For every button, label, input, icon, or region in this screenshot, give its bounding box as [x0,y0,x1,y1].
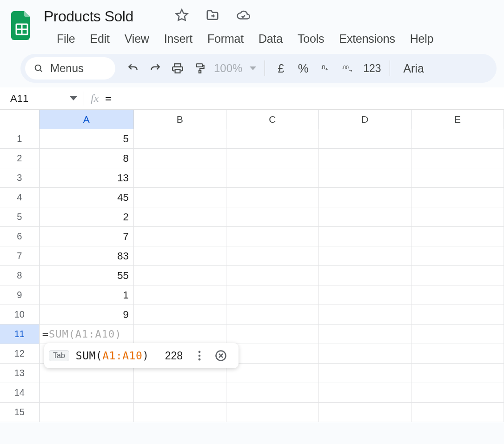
cell[interactable] [411,364,504,383]
cell[interactable] [226,266,319,285]
increase-decimal-button[interactable]: .00 [337,58,359,79]
row-header[interactable]: 11 [0,325,40,344]
row-header[interactable]: 9 [0,285,40,305]
cell[interactable]: 5 [40,129,134,148]
menu-help[interactable]: Help [403,30,441,47]
cell[interactable] [411,305,504,324]
cell[interactable] [319,344,411,363]
cell[interactable] [134,403,226,422]
cell[interactable] [319,168,411,187]
cell[interactable] [319,305,411,324]
cell[interactable] [40,383,134,402]
col-header-d[interactable]: D [319,110,411,129]
paint-format-button[interactable] [189,58,211,79]
cell[interactable] [319,383,411,402]
cell[interactable] [411,403,504,422]
number-format-button[interactable]: 123 [359,58,385,79]
font-family-dropdown[interactable]: Aria [395,62,424,75]
cell[interactable] [40,403,134,422]
cell[interactable] [411,266,504,285]
cell-editing[interactable]: =SUM(A1:A10) [40,325,134,344]
cell[interactable] [411,246,504,265]
col-header-e[interactable]: E [411,110,504,129]
row-header[interactable]: 12 [0,344,40,363]
percent-button[interactable]: % [292,58,314,79]
menu-file[interactable]: File [52,30,82,47]
cell[interactable] [226,344,319,363]
cell[interactable] [226,168,319,187]
cell[interactable] [411,325,504,344]
cell[interactable] [411,129,504,148]
cell[interactable] [134,246,226,265]
row-header[interactable]: 2 [0,149,40,168]
cell[interactable] [226,383,319,402]
menus-search[interactable]: Menus [25,57,115,80]
row-header[interactable]: 4 [0,188,40,207]
row-header[interactable]: 13 [0,364,40,383]
close-suggestion-icon[interactable] [214,349,227,362]
cell[interactable] [411,344,504,363]
cell[interactable] [134,129,226,148]
formula-input[interactable]: = [105,93,112,105]
cell[interactable] [411,285,504,305]
row-header[interactable]: 5 [0,207,40,226]
cell[interactable] [134,266,226,285]
cell[interactable] [319,207,411,226]
menu-edit[interactable]: Edit [82,30,117,47]
cell[interactable]: 9 [40,305,134,324]
suggestion-formula[interactable]: SUM(A1:A10) [76,350,149,362]
cell[interactable] [134,227,226,246]
cell[interactable] [319,246,411,265]
currency-button[interactable]: £ [270,58,292,79]
cell[interactable] [226,207,319,226]
cell[interactable] [226,188,319,207]
document-title[interactable]: Products Sold [43,8,134,25]
cell[interactable] [134,325,226,344]
print-button[interactable] [166,58,189,79]
row-header[interactable]: 7 [0,246,40,265]
cell[interactable] [319,364,411,383]
cell[interactable] [319,285,411,305]
cell[interactable] [134,149,226,168]
row-header[interactable]: 10 [0,305,40,324]
menu-data[interactable]: Data [251,30,290,47]
cell[interactable] [134,168,226,187]
redo-button[interactable] [144,58,166,79]
menu-format[interactable]: Format [200,30,251,47]
cell[interactable] [226,403,319,422]
cell[interactable] [319,188,411,207]
cell[interactable] [226,149,319,168]
cell[interactable] [134,188,226,207]
sheets-app-icon[interactable] [11,11,33,40]
cloud-saved-icon[interactable] [236,8,250,22]
row-header[interactable]: 14 [0,383,40,402]
cell[interactable] [319,403,411,422]
col-header-a[interactable]: A [40,110,134,129]
cell[interactable] [134,207,226,226]
cell[interactable]: 1 [40,285,134,305]
row-header[interactable]: 1 [0,129,40,148]
more-options-icon[interactable] [193,349,206,362]
zoom-dropdown[interactable]: 100% [211,62,260,75]
cell[interactable] [226,246,319,265]
cell[interactable] [411,207,504,226]
select-all-corner[interactable] [0,110,40,129]
cell[interactable] [226,129,319,148]
cell[interactable] [134,383,226,402]
cell[interactable] [411,149,504,168]
col-header-c[interactable]: C [226,110,319,129]
cell[interactable]: 83 [40,246,134,265]
cell[interactable] [226,325,319,344]
row-header[interactable]: 3 [0,168,40,187]
menu-tools[interactable]: Tools [290,30,332,47]
row-header[interactable]: 15 [0,403,40,422]
cell[interactable] [319,149,411,168]
menu-view[interactable]: View [117,30,157,47]
row-header[interactable]: 6 [0,227,40,246]
cell[interactable] [226,305,319,324]
cell[interactable]: 55 [40,266,134,285]
cell[interactable]: 2 [40,207,134,226]
cell[interactable] [226,285,319,305]
cell[interactable] [319,325,411,344]
cell[interactable]: 7 [40,227,134,246]
